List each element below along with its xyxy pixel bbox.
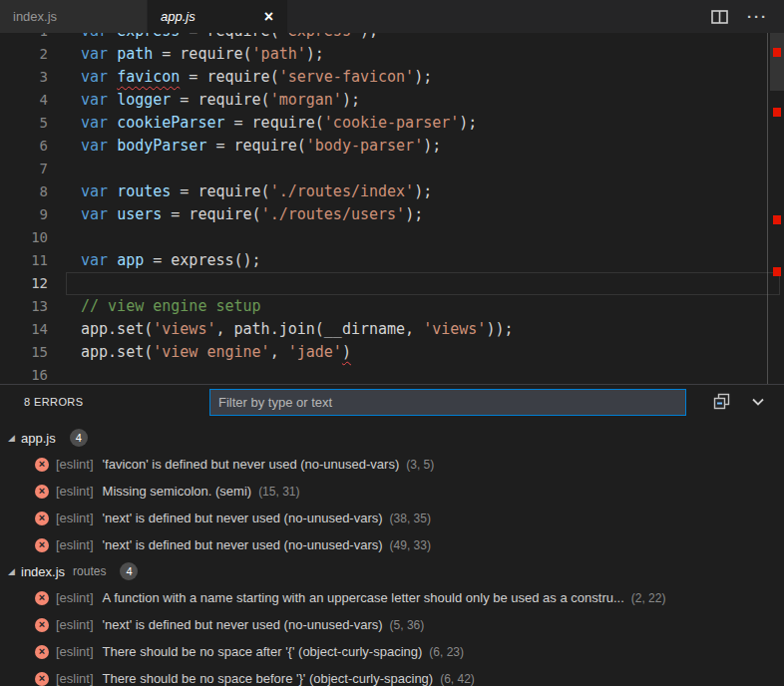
code-token: = require( — [225, 114, 324, 132]
filter-input[interactable] — [209, 389, 686, 416]
code-line[interactable]: 14app.set('views', path.join(__dirname, … — [0, 318, 784, 341]
marker-row[interactable]: ×[eslint]A function with a name starting… — [0, 584, 784, 611]
code-token: , — [270, 343, 288, 361]
split-editor-icon[interactable] — [711, 10, 729, 24]
code-line[interactable]: 6var bodyParser = require('body-parser')… — [0, 135, 784, 158]
code-line[interactable]: 1var express = require('express'); — [0, 33, 784, 43]
marker-source-label: [eslint] — [56, 671, 94, 686]
count-badge: 4 — [120, 562, 138, 580]
marker-message: Missing semicolon. (semi) — [103, 484, 252, 499]
code-token: ); — [342, 91, 360, 109]
code-token: = require( — [206, 137, 305, 155]
code-token: 'cookie-parser' — [324, 114, 459, 132]
code-token: )); — [486, 320, 513, 338]
vscode-window: index.js app.js × ··· 1var express = req… — [0, 0, 784, 686]
code-token: 'serve-favicon' — [279, 68, 414, 86]
twistie-expanded-icon: ◢ — [8, 433, 21, 443]
marker-row[interactable]: ×[eslint]Missing semicolon. (semi)(15, 3… — [0, 478, 784, 505]
code-line[interactable]: 3var favicon = require('serve-favicon'); — [0, 66, 784, 89]
more-actions-icon[interactable]: ··· — [747, 8, 768, 25]
marker-position: (5, 36) — [390, 618, 425, 632]
marker-source-label: [eslint] — [56, 617, 94, 632]
code-text: var app = express(); — [66, 249, 261, 272]
code-line[interactable]: 10 — [0, 226, 784, 249]
line-number: 2 — [0, 43, 66, 66]
code-token: = require( — [171, 182, 269, 200]
error-icon: × — [35, 645, 49, 659]
error-marker — [773, 48, 781, 57]
group-header-index.js[interactable]: ◢index.jsroutes4 — [0, 558, 784, 584]
marker-row[interactable]: ×[eslint]'favicon' is defined but never … — [0, 451, 784, 478]
code-token: = require( — [171, 91, 269, 109]
error-icon: × — [35, 591, 49, 605]
marker-row[interactable]: ×[eslint]There should be no space before… — [0, 665, 784, 686]
code-line[interactable]: 9var users = require('./routes/users'); — [0, 203, 784, 226]
code-text: // view engine setup — [66, 295, 261, 318]
tab-label: index.js — [13, 9, 57, 24]
code-token: ); — [405, 205, 423, 223]
line-number: 7 — [0, 158, 66, 180]
code-text: var bodyParser = require('body-parser'); — [66, 135, 441, 158]
marker-source-label: [eslint] — [56, 590, 94, 605]
line-number: 6 — [0, 135, 66, 158]
code-text — [66, 226, 81, 249]
code-text: var routes = require('./routes/index'); — [66, 180, 432, 203]
line-number: 13 — [0, 295, 66, 318]
line-number: 1 — [0, 33, 66, 43]
line-number: 3 — [0, 66, 66, 89]
line-number: 5 — [0, 112, 66, 135]
line-number: 9 — [0, 203, 66, 226]
code-token: ); — [414, 182, 432, 200]
code-line[interactable]: 8var routes = require('./routes/index'); — [0, 180, 784, 203]
code-token: bodyParser — [117, 137, 206, 155]
code-token: = require( — [180, 33, 278, 40]
code-line[interactable]: 11var app = express(); — [0, 249, 784, 272]
marker-message: 'next' is defined but never used (no-unu… — [103, 511, 383, 525]
scrollbar-slider[interactable] — [770, 33, 784, 91]
marker-position: (6, 42) — [440, 672, 475, 686]
marker-list: ◢app.js4×[eslint]'favicon' is defined bu… — [0, 419, 784, 686]
code-token: 'jade' — [288, 343, 342, 361]
group-header-app.js[interactable]: ◢app.js4 — [0, 425, 784, 451]
line-number: 4 — [0, 89, 66, 112]
tab-index-js[interactable]: index.js — [0, 0, 147, 33]
marker-row[interactable]: ×[eslint]There should be no space after … — [0, 638, 784, 665]
tab-bar: index.js app.js × ··· — [0, 0, 784, 33]
marker-position: (6, 23) — [429, 645, 464, 659]
code-token: 'express' — [279, 33, 360, 40]
line-number: 14 — [0, 318, 66, 341]
code-line[interactable]: 2var path = require('path'); — [0, 43, 784, 66]
group-file-label: index.js — [21, 564, 65, 579]
code-line[interactable]: 4var logger = require('morgan'); — [0, 89, 784, 112]
line-number: 11 — [0, 249, 66, 272]
code-token: var — [81, 182, 117, 200]
code-token: var — [81, 137, 117, 155]
code-token: cookieParser — [117, 114, 224, 132]
line-number: 16 — [0, 364, 66, 384]
chevron-down-icon[interactable] — [750, 394, 766, 410]
code-text: app.set('view engine', 'jade') — [66, 341, 351, 364]
code-token: var — [81, 205, 117, 223]
code-line[interactable]: 16 — [0, 364, 784, 384]
close-icon[interactable]: × — [260, 9, 277, 25]
marker-row[interactable]: ×[eslint]'next' is defined but never use… — [0, 531, 784, 558]
code-line[interactable]: 7 — [0, 158, 784, 180]
code-token: app.set( — [81, 320, 153, 338]
scrollbar[interactable] — [770, 33, 784, 384]
errors-count-label: 8 ERRORS — [24, 396, 83, 408]
code-line[interactable]: 5var cookieParser = require('cookie-pars… — [0, 112, 784, 135]
marker-source-label: [eslint] — [56, 644, 94, 659]
code-line[interactable]: 12 — [0, 272, 784, 295]
marker-row[interactable]: ×[eslint]'next' is defined but never use… — [0, 505, 784, 531]
code-line[interactable]: 13// view engine setup — [0, 295, 784, 318]
collapse-all-icon[interactable] — [713, 393, 730, 410]
code-editor[interactable]: 1var express = require('express');2var p… — [0, 33, 784, 384]
code-text: app.set('views', path.join(__dirname, 'v… — [66, 318, 514, 341]
code-line[interactable]: 15app.set('view engine', 'jade') — [0, 341, 784, 364]
code-token: './routes/users' — [261, 205, 406, 223]
marker-position: (49, 33) — [390, 538, 431, 552]
marker-position: (2, 22) — [631, 591, 666, 605]
code-text — [66, 272, 81, 295]
marker-row[interactable]: ×[eslint]'next' is defined but never use… — [0, 611, 784, 638]
tab-app-js[interactable]: app.js × — [148, 0, 287, 33]
